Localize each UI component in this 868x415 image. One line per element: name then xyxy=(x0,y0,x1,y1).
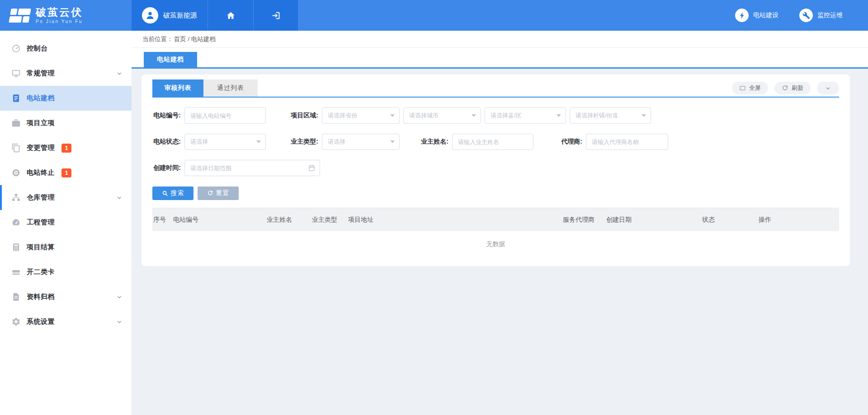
sidebar: 控制台 常规管理 电站建档 项目立项 变更管理 1 电站终止 1 xyxy=(0,31,132,415)
chevron-down-icon xyxy=(116,294,123,300)
sidebar-item-change-mgmt[interactable]: 变更管理 1 xyxy=(0,135,132,160)
fullscreen-icon xyxy=(739,85,746,92)
filter-row-1: 电站编号: 项目区域: 请选择省份 请选择城市 请选择县/区 xyxy=(152,107,839,124)
caret-down-icon xyxy=(557,114,561,117)
create-time-label: 创建时间: xyxy=(152,164,181,172)
chevron-down-icon xyxy=(116,70,123,77)
brand-subtitle: Po Jian Yun Fu xyxy=(36,19,83,24)
sidebar-item-project-initiation[interactable]: 项目立项 xyxy=(0,111,132,135)
home-button[interactable] xyxy=(208,0,254,31)
stations-table: 序号 电站编号 业主姓名 业主类型 项目地址 服务代理商 创建日期 状态 操作 … xyxy=(152,208,839,257)
region-label: 项目区域: xyxy=(266,112,318,120)
page-tab-station-archive[interactable]: 电站建档 xyxy=(144,52,197,67)
reset-icon xyxy=(207,190,213,196)
calendar-icon xyxy=(308,164,316,172)
owner-name-input[interactable] xyxy=(452,134,533,150)
content-area: 审核列表 通过列表 全屏 刷新 xyxy=(132,69,868,266)
sidebar-item-warehouse-mgmt[interactable]: 仓库管理 xyxy=(0,185,132,210)
briefcase-icon xyxy=(11,118,21,128)
tab-review-list[interactable]: 审核列表 xyxy=(152,79,203,97)
filter-row-2: 电站状态: 请选择 业主类型: 请选择 业主姓名: 代理商: xyxy=(152,134,839,150)
sidebar-item-open-card[interactable]: 开二类卡 xyxy=(0,260,132,284)
card-icon xyxy=(11,267,21,277)
table-header-row: 序号 电站编号 业主姓名 业主类型 项目地址 服务代理商 创建日期 状态 操作 xyxy=(152,208,839,231)
col-project-address: 项目地址 xyxy=(347,216,562,224)
caret-down-icon xyxy=(472,114,476,117)
col-owner-type: 业主类型 xyxy=(311,216,347,224)
top-bar: 破茧云伏 Po Jian Yun Fu 破茧新能源 电站建设 xyxy=(0,0,868,31)
gear-icon xyxy=(11,317,21,326)
date-range-input[interactable] xyxy=(184,160,320,176)
sidebar-item-general-mgmt[interactable]: 常规管理 xyxy=(0,61,132,86)
change-mgmt-badge: 1 xyxy=(61,144,71,153)
chevron-down-icon xyxy=(116,319,123,325)
avatar xyxy=(142,7,158,23)
nav-station-build[interactable]: 电站建设 xyxy=(735,9,778,22)
col-actions: 操作 xyxy=(758,216,839,224)
header-right-nav: 电站建设 监控运维 xyxy=(298,0,868,31)
owner-name-label: 业主姓名: xyxy=(400,138,448,146)
sign-in-button[interactable] xyxy=(254,0,298,31)
sidebar-item-system-settings[interactable]: 系统设置 xyxy=(0,309,132,334)
county-select[interactable]: 请选择县/区 xyxy=(485,107,566,124)
breadcrumb: 当前位置： 首页 / 电站建档 xyxy=(132,31,868,48)
station-termination-badge: 1 xyxy=(61,168,71,177)
collapse-button[interactable] xyxy=(817,82,839,94)
agent-input[interactable] xyxy=(586,134,668,150)
station-status-label: 电站状态: xyxy=(152,138,181,146)
monitor-icon xyxy=(11,69,21,78)
user-menu[interactable]: 破茧新能源 xyxy=(132,0,208,31)
agent-label: 代理商: xyxy=(533,138,582,146)
panel-toolbar: 全屏 刷新 xyxy=(732,82,839,94)
refresh-button[interactable]: 刷新 xyxy=(774,82,811,94)
calculator-icon xyxy=(11,242,21,252)
record-icon xyxy=(11,168,21,177)
company-name: 破茧新能源 xyxy=(163,11,197,20)
sidebar-item-data-archive[interactable]: 资料归档 xyxy=(0,284,132,309)
nav-monitor-ops[interactable]: 监控运维 xyxy=(799,9,843,22)
province-select[interactable]: 请选择省份 xyxy=(322,107,400,124)
panel-header: 审核列表 通过列表 全屏 刷新 xyxy=(152,75,839,97)
township-select[interactable]: 请选择村镇/街道 xyxy=(570,107,651,124)
caret-down-icon xyxy=(256,140,261,143)
sidebar-item-project-settlement[interactable]: 项目结算 xyxy=(0,235,132,260)
tab-passed-list[interactable]: 通过列表 xyxy=(203,79,258,97)
reset-button[interactable]: 重置 xyxy=(198,187,239,200)
brand-logo-icon xyxy=(9,9,31,23)
sidebar-item-station-archive[interactable]: 电站建档 xyxy=(0,86,132,111)
col-create-date: 创建日期 xyxy=(605,216,701,224)
brand-logo: 破茧云伏 Po Jian Yun Fu xyxy=(0,0,132,31)
breadcrumb-label: 当前位置： xyxy=(142,35,173,43)
sidebar-item-engineering-mgmt[interactable]: 工程管理 xyxy=(0,210,132,235)
gauge-icon xyxy=(11,218,21,227)
fullscreen-button[interactable]: 全屏 xyxy=(732,82,768,94)
sidebar-item-console[interactable]: 控制台 xyxy=(0,36,132,61)
breadcrumb-path: 首页 / 电站建档 xyxy=(174,35,216,43)
owner-type-select[interactable]: 请选择 xyxy=(322,134,400,150)
col-service-agent: 服务代理商 xyxy=(562,216,605,224)
brand-name: 破茧云伏 xyxy=(36,7,83,18)
home-icon xyxy=(226,11,236,20)
col-status: 状态 xyxy=(701,216,758,224)
file-icon xyxy=(11,292,21,302)
station-status-select[interactable]: 请选择 xyxy=(184,134,266,150)
sidebar-item-station-termination[interactable]: 电站终止 1 xyxy=(0,160,132,185)
document-icon xyxy=(11,93,21,103)
filter-form: 电站编号: 项目区域: 请选择省份 请选择城市 请选择县/区 xyxy=(152,98,839,200)
col-index: 序号 xyxy=(152,216,172,224)
owner-type-label: 业主类型: xyxy=(266,138,318,146)
table-empty-state: 无数据 xyxy=(152,231,839,257)
station-no-input[interactable] xyxy=(184,107,266,124)
main-area: 当前位置： 首页 / 电站建档 电站建档 审核列表 通过列表 全屏 刷新 xyxy=(132,31,868,415)
lightning-icon xyxy=(735,9,749,22)
caret-down-icon xyxy=(390,140,395,143)
sign-in-icon xyxy=(271,11,281,20)
search-button[interactable]: 搜索 xyxy=(152,187,193,200)
nav-monitor-ops-label: 监控运维 xyxy=(817,11,843,19)
filter-actions: 搜索 重置 xyxy=(152,187,839,200)
city-select[interactable]: 请选择城市 xyxy=(403,107,481,124)
caret-down-icon xyxy=(642,114,646,117)
chevron-down-icon xyxy=(825,85,831,92)
filter-row-3: 创建时间: xyxy=(152,160,839,176)
station-no-label: 电站编号: xyxy=(152,112,181,120)
